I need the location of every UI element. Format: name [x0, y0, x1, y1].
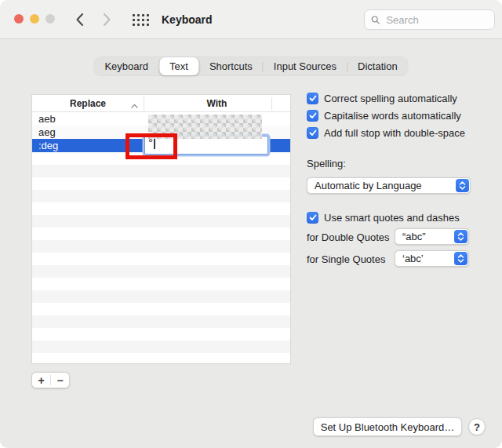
column-header-with[interactable]: With: [144, 95, 290, 112]
checkbox-label: Capitalise words automatically: [324, 110, 461, 122]
search-input[interactable]: [384, 13, 488, 27]
minimize-button[interactable]: [30, 14, 39, 24]
tab-input-sources[interactable]: Input Sources: [264, 57, 347, 75]
tab-shortcuts[interactable]: Shortcuts: [199, 57, 263, 75]
show-all-grid-icon[interactable]: [133, 14, 149, 26]
window-title: Keyboard: [162, 0, 213, 39]
double-quotes-value: “abc”: [402, 231, 426, 242]
single-quotes-value: ‘abc’: [402, 253, 424, 264]
single-quotes-dropdown[interactable]: ‘abc’: [395, 250, 469, 267]
checkbox-correct-spelling[interactable]: Correct spelling automatically: [307, 91, 457, 105]
spelling-dropdown[interactable]: Automatic by Language: [307, 177, 471, 194]
header-divider: [271, 97, 272, 110]
search-field[interactable]: [364, 9, 495, 30]
add-remove-control: + −: [31, 372, 70, 388]
checkbox-smart-quotes[interactable]: Use smart quotes and dashes: [307, 210, 460, 224]
column-header-replace[interactable]: Replace: [32, 95, 144, 112]
tab-text[interactable]: Text: [159, 57, 198, 75]
checkbox-checked-icon[interactable]: [307, 212, 318, 224]
table-header: Replace With: [32, 95, 290, 112]
single-quotes-label: for Single Quotes: [307, 253, 385, 265]
search-icon: [371, 15, 380, 25]
annotation-highlight-box: [126, 133, 177, 159]
setup-bluetooth-keyboard-button[interactable]: Set Up Bluetooth Keyboard…: [313, 417, 462, 436]
close-button[interactable]: [14, 14, 24, 24]
checkbox-capitalise-words[interactable]: Capitalise words automatically: [307, 108, 461, 122]
empty-rows-area: [32, 152, 290, 363]
tab-bar: Keyboard Text Shortcuts Input Sources Di…: [93, 56, 408, 76]
checkbox-checked-icon[interactable]: [307, 127, 318, 139]
tab-dictation[interactable]: Dictation: [347, 57, 408, 75]
sort-ascending-icon: [131, 100, 138, 111]
dropdown-stepper-icon: [454, 230, 467, 243]
chevron-left-icon: [75, 13, 84, 27]
checkbox-full-stop-double-space[interactable]: Add full stop with double-space: [307, 126, 465, 140]
back-button[interactable]: [75, 0, 84, 39]
help-button[interactable]: ?: [468, 418, 486, 435]
forward-button-disabled: [103, 0, 111, 39]
titlebar: Keyboard: [0, 0, 502, 39]
keyboard-preferences-window: Keyboard Keyboard Text Shortcuts Input S…: [0, 0, 502, 448]
checkbox-label: Use smart quotes and dashes: [324, 212, 460, 224]
double-quotes-dropdown[interactable]: “abc”: [395, 228, 469, 245]
zoom-button-disabled: [45, 14, 55, 24]
dropdown-stepper-icon: [454, 252, 467, 265]
checkbox-checked-icon[interactable]: [307, 93, 318, 104]
spelling-dropdown-value: Automatic by Language: [315, 180, 422, 191]
add-button[interactable]: +: [32, 372, 50, 388]
checkbox-checked-icon[interactable]: [307, 110, 318, 122]
chevron-right-icon: [103, 13, 111, 27]
remove-button[interactable]: −: [51, 372, 69, 388]
double-quotes-label: for Double Quotes: [307, 231, 390, 243]
checkbox-label: Correct spelling automatically: [324, 93, 457, 104]
dropdown-stepper-icon: [456, 179, 469, 192]
checkbox-label: Add full stop with double-space: [324, 127, 465, 139]
spelling-label: Spelling:: [307, 158, 346, 169]
tab-keyboard[interactable]: Keyboard: [94, 57, 158, 75]
